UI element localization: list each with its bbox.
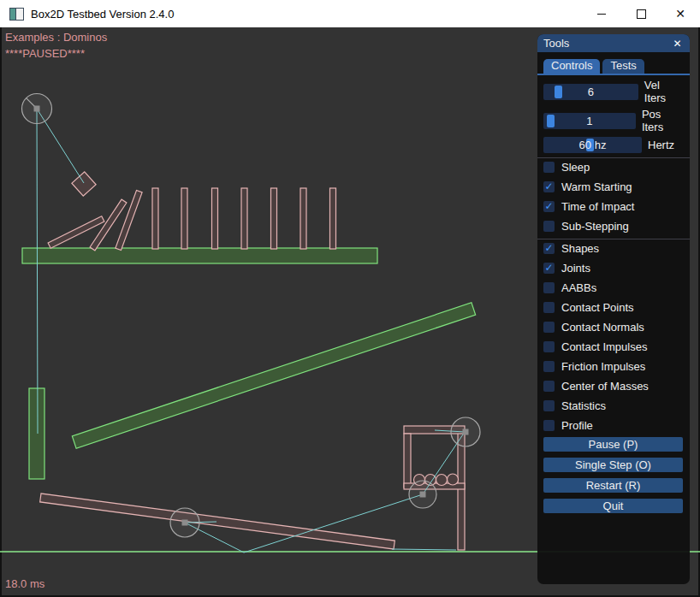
separator-2 xyxy=(537,239,690,239)
button-group: Pause (P) Single Step (O) Restart (R) Qu… xyxy=(543,437,683,513)
maximize-icon xyxy=(637,9,646,19)
marble-3[interactable] xyxy=(436,475,448,486)
checkbox-friction-impulses[interactable]: Friction Impulses xyxy=(543,361,683,372)
hertz-label: Hertz xyxy=(648,139,674,151)
aabbs-checkbox[interactable] xyxy=(543,282,555,293)
slider-row-hertz: 60 hz Hertz xyxy=(543,137,683,153)
center-of-masses-checkbox[interactable] xyxy=(543,381,555,392)
contact-impulses-checkbox[interactable] xyxy=(543,341,555,352)
joint-line-plank-frame xyxy=(392,549,456,550)
checkbox-aabbs[interactable]: AABBs xyxy=(543,282,683,293)
anchor-roller xyxy=(182,520,188,526)
tab-controls[interactable]: Controls xyxy=(543,59,600,74)
domino-fallen-3[interactable] xyxy=(116,190,142,250)
slider-row-vel-iters: 6 Vel Iters xyxy=(543,79,683,104)
pos-iters-value: 1 xyxy=(586,115,592,127)
frame-time-label: 18.0 ms xyxy=(5,577,44,590)
checkbox-time-of-impact[interactable]: ✓ Time of Impact xyxy=(543,201,683,212)
separator-1 xyxy=(537,157,690,158)
anchor-pulley-top xyxy=(463,429,469,435)
window-controls: ✕ xyxy=(582,0,700,27)
hertz-value: 60 hz xyxy=(579,139,607,151)
tumbling-box[interactable] xyxy=(72,172,96,196)
slider-row-pos-iters: 1 Pos Iters xyxy=(543,108,683,133)
anchor-pendulum xyxy=(34,106,40,112)
pause-button[interactable]: Pause (P) xyxy=(543,437,683,452)
domino-upright-5[interactable] xyxy=(271,188,277,249)
sub-stepping-checkbox[interactable] xyxy=(543,221,555,232)
check-icon: ✓ xyxy=(544,243,553,253)
tab-bar: Controls Tests xyxy=(543,59,683,74)
single-step-button[interactable]: Single Step (O) xyxy=(543,458,683,472)
checkbox-contact-impulses[interactable]: Contact Impulses xyxy=(543,341,683,352)
domino-upright-7[interactable] xyxy=(330,188,336,249)
check-icon: ✓ xyxy=(544,263,553,273)
minimize-icon xyxy=(597,14,606,15)
checkbox-shapes[interactable]: ✓ Shapes xyxy=(543,243,683,254)
vel-iters-label: Vel Iters xyxy=(644,79,683,104)
tools-close-button[interactable]: ✕ xyxy=(671,38,684,50)
frame-right-bar[interactable] xyxy=(458,432,465,550)
profile-checkbox[interactable] xyxy=(543,420,555,431)
anchor-pulley-bottom xyxy=(420,492,426,498)
minimize-button[interactable] xyxy=(582,0,621,27)
statistics-checkbox[interactable] xyxy=(543,400,555,411)
vel-iters-slider-grab[interactable] xyxy=(555,86,562,98)
check-icon: ✓ xyxy=(544,201,553,211)
sleep-checkbox[interactable] xyxy=(543,162,555,173)
frame-left-bar[interactable] xyxy=(404,434,411,488)
app-icon xyxy=(9,8,24,21)
joint-line-pendulum-post xyxy=(37,109,38,434)
checkbox-contact-normals[interactable]: Contact Normals xyxy=(543,322,683,333)
tab-tests[interactable]: Tests xyxy=(602,59,644,74)
checkbox-contact-points[interactable]: Contact Points xyxy=(543,302,683,313)
domino-upright-2[interactable] xyxy=(181,188,187,249)
checkbox-profile[interactable]: Profile xyxy=(543,420,683,431)
tab-underline xyxy=(537,74,690,75)
tools-panel: Tools ✕ Controls Tests 6 Vel Iters 1 xyxy=(537,34,690,584)
close-icon: ✕ xyxy=(675,8,685,20)
checkbox-warm-starting[interactable]: ✓ Warm Starting xyxy=(543,181,683,192)
domino-upright-1[interactable] xyxy=(152,188,158,249)
friction-impulses-checkbox[interactable] xyxy=(543,361,555,372)
marble-4[interactable] xyxy=(448,474,459,485)
tools-panel-body: Controls Tests 6 Vel Iters 1 Pos Iters xyxy=(537,52,690,513)
checkbox-joints[interactable]: ✓ Joints xyxy=(543,263,683,274)
contact-points-checkbox[interactable] xyxy=(543,302,555,313)
titlebar[interactable]: Box2D Testbed Version 2.4.0 ✕ xyxy=(0,0,700,27)
maximize-button[interactable] xyxy=(621,0,661,27)
joints-checkbox[interactable]: ✓ xyxy=(543,263,555,274)
vel-iters-value: 6 xyxy=(588,86,594,98)
pos-iters-slider-grab[interactable] xyxy=(547,115,555,127)
time-of-impact-checkbox[interactable]: ✓ xyxy=(543,201,555,212)
quit-button[interactable]: Quit xyxy=(543,499,683,513)
hertz-slider[interactable]: 60 hz xyxy=(543,137,642,153)
tools-panel-titlebar[interactable]: Tools ✕ xyxy=(537,34,690,52)
vel-iters-slider[interactable]: 6 xyxy=(543,84,638,100)
checkbox-center-of-masses[interactable]: Center of Masses xyxy=(543,381,683,392)
checkbox-sub-stepping[interactable]: Sub-Stepping xyxy=(543,221,683,232)
pos-iters-slider[interactable]: 1 xyxy=(543,113,636,129)
domino-upright-4[interactable] xyxy=(241,188,247,249)
joint-line-ground-pulley xyxy=(244,494,423,553)
window-title: Box2D Testbed Version 2.4.0 xyxy=(31,8,174,21)
domino-upright-6[interactable] xyxy=(300,188,306,249)
checkbox-statistics[interactable]: Statistics xyxy=(543,400,683,411)
checkbox-sleep[interactable]: Sleep xyxy=(543,162,683,173)
tools-panel-title: Tools xyxy=(543,37,671,50)
example-label: Examples : Dominos xyxy=(5,31,107,44)
shapes-checkbox[interactable]: ✓ xyxy=(543,243,555,254)
paused-label: ****PAUSED**** xyxy=(5,47,85,60)
contact-normals-checkbox[interactable] xyxy=(543,322,555,333)
domino-upright-3[interactable] xyxy=(212,188,218,249)
close-button[interactable]: ✕ xyxy=(661,0,700,27)
restart-button[interactable]: Restart (R) xyxy=(543,478,683,493)
tilted-plank[interactable] xyxy=(40,494,395,549)
check-icon: ✓ xyxy=(544,181,553,192)
app-window: Box2D Testbed Version 2.4.0 ✕ xyxy=(0,0,700,597)
vertical-post xyxy=(29,388,44,479)
domino-platform xyxy=(22,248,377,263)
warm-starting-checkbox[interactable]: ✓ xyxy=(543,181,555,192)
pos-iters-label: Pos Iters xyxy=(642,108,683,133)
